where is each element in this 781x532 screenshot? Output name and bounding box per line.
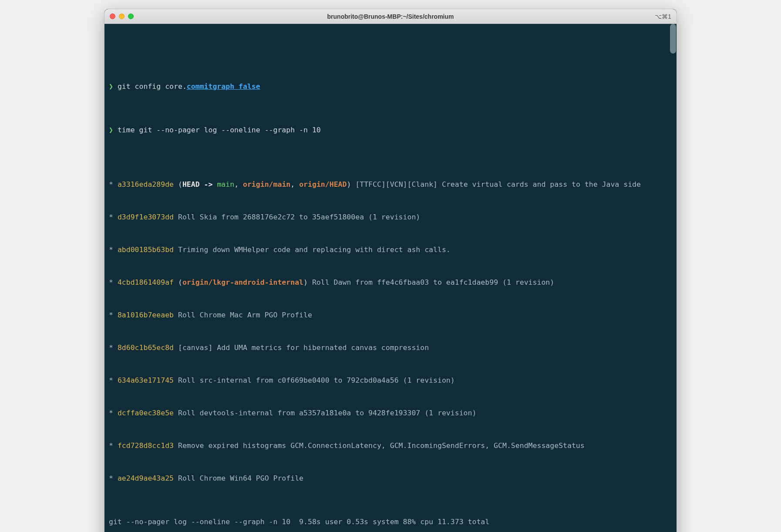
terminal-line: ❯ git config core.commitgraph false [109,81,672,92]
command-text: git config core. [118,82,187,91]
close-icon[interactable] [110,13,115,19]
log-line: * a3316eda289de (HEAD -> main, origin/ma… [109,179,672,190]
timing-line: git --no-pager log --oneline --graph -n … [109,516,672,527]
log-line: * 8a1016b7eeaeb Roll Chrome Mac Arm PGO … [109,310,672,320]
scrollbar-thumb[interactable] [670,24,676,54]
log-line: * 8d60c1b65ec8d [canvas] Add UMA metrics… [109,342,672,353]
commit-hash: a3316eda289de [118,180,174,189]
zoom-icon[interactable] [128,13,134,19]
window-title: brunobrito@Brunos-MBP:~/Sites/chromium [104,13,677,20]
titlebar[interactable]: brunobrito@Brunos-MBP:~/Sites/chromium ⌥… [104,9,677,24]
traffic-lights [110,13,134,19]
log-line: * d3d9f1e3073dd Roll Skia from 2688176e2… [109,212,672,222]
minimize-icon[interactable] [119,13,125,19]
scrollbar-track[interactable] [670,24,677,532]
log-line: * dcffa0ec38e5e Roll devtools-internal f… [109,407,672,418]
commit-msg: [TTFCC][VCN][Clank] Create virtual cards… [351,180,641,189]
terminal-line: ❯ time git --no-pager log --oneline --gr… [109,125,672,135]
linked-arg[interactable]: commitgraph false [187,82,260,91]
tab-shortcut: ⌥⌘1 [655,13,671,20]
log-line: * fcd728d8cc1d3 Remove expired histogram… [109,440,672,451]
terminal-body[interactable]: ❯ git config core.commitgraph false ❯ ti… [104,24,677,532]
log-line: * 634a63e171745 Roll src-internal from c… [109,375,672,386]
log-line: * 4cbd1861409af (origin/lkgr-android-int… [109,277,672,288]
prompt-icon: ❯ [109,82,118,91]
terminal-window: brunobrito@Brunos-MBP:~/Sites/chromium ⌥… [104,9,677,532]
log-line: * abd00185b63bd Triming down WMHelper co… [109,244,672,255]
log-line: * ae24d9ae43a25 Roll Chrome Win64 PGO Pr… [109,473,672,484]
prompt-icon: ❯ [109,126,118,134]
command-text: time git --no-pager log --oneline --grap… [118,126,321,134]
